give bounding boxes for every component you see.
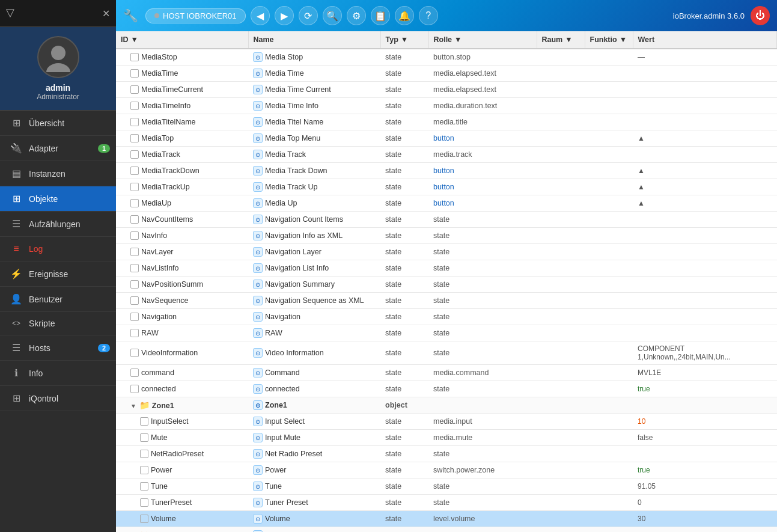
- table-row[interactable]: Volume ⊙ Volume statelevel.volume30: [116, 511, 777, 527]
- row-checkbox[interactable]: [130, 264, 139, 272]
- row-checkbox[interactable]: [130, 313, 139, 321]
- table-row[interactable]: MediaStop ⊙ Media Stop statebutton.stop—: [116, 49, 777, 66]
- row-checkbox[interactable]: [140, 450, 148, 458]
- wert-cell: ▲: [633, 179, 777, 195]
- table-row[interactable]: MediaTime ⊙ Media Time statemedia.elapse…: [116, 66, 777, 82]
- table-row[interactable]: NavListInfo ⊙ Navigation List Info state…: [116, 260, 777, 277]
- table-row[interactable]: MediaTrackDown ⊙ Media Track Down stateb…: [116, 163, 777, 179]
- table-row[interactable]: NavSequence ⊙ Navigation Sequence as XML…: [116, 293, 777, 309]
- table-row[interactable]: command ⊙ Command statemedia.commandMVL1…: [116, 365, 777, 381]
- table-row[interactable]: MediaUp ⊙ Media Up statebutton▲: [116, 195, 777, 212]
- state-icon: ⊙: [253, 166, 263, 176]
- table-row[interactable]: Power ⊙ Power stateswitch.power.zonetrue: [116, 462, 777, 478]
- row-checkbox[interactable]: [130, 215, 139, 224]
- table-row[interactable]: ▶ 📁 Zone2 ⊙ Zone2 object: [116, 527, 777, 533]
- sidebar-item-benutzer[interactable]: 👤 Benutzer: [0, 287, 116, 312]
- row-checkbox[interactable]: [130, 167, 139, 175]
- funktion-cell: [585, 130, 633, 147]
- table-row[interactable]: NavPositionSumm ⊙ Navigation Summary sta…: [116, 277, 777, 293]
- sidebar-item-log[interactable]: ≡ Log: [0, 237, 116, 261]
- row-checkbox[interactable]: [130, 368, 139, 377]
- table-row[interactable]: MediaTrackUp ⊙ Media Track Up statebutto…: [116, 179, 777, 195]
- id-cell: MediaTimeInfo: [116, 98, 248, 114]
- table-row[interactable]: MediaTimeInfo ⊙ Media Time Info statemed…: [116, 98, 777, 114]
- row-checkbox[interactable]: [130, 248, 139, 256]
- table-row[interactable]: NetRadioPreset ⊙ Net Radio Preset states…: [116, 446, 777, 462]
- table-row[interactable]: ▼ 📁 Zone1 ⊙ Zone1 object: [116, 397, 777, 414]
- row-checkbox[interactable]: [130, 53, 139, 61]
- table-row[interactable]: connected ⊙ connected statestatetrue: [116, 381, 777, 397]
- name-with-icon: ⊙ Command: [253, 368, 300, 378]
- sidebar-item-skripte[interactable]: <> Skripte: [0, 312, 116, 335]
- sidebar-item-uebersicht[interactable]: ⊞ Übersicht: [0, 111, 116, 136]
- col-id[interactable]: ID ▼: [116, 31, 248, 49]
- table-row[interactable]: Navigation ⊙ Navigation statestate: [116, 309, 777, 325]
- row-checkbox[interactable]: [130, 69, 139, 78]
- sidebar-item-objekte[interactable]: ⊞ Objekte: [0, 186, 116, 212]
- expand-button[interactable]: ▼: [130, 403, 136, 409]
- raum-cell: [537, 527, 585, 533]
- row-checkbox[interactable]: [130, 199, 139, 207]
- table-row[interactable]: NavInfo ⊙ Navigation Info as XML statest…: [116, 228, 777, 244]
- sidebar-item-hosts[interactable]: ☰ Hosts 2: [0, 335, 116, 361]
- row-checkbox[interactable]: [140, 417, 148, 426]
- row-checkbox[interactable]: [130, 296, 139, 305]
- sidebar-item-info[interactable]: ℹ Info: [0, 361, 116, 386]
- wert-cell: COMPONENT 1,Unknown,,24bit,MAIN,Un...: [633, 341, 777, 365]
- table-row[interactable]: InputSelect ⊙ Input Select statemedia.in…: [116, 414, 777, 430]
- row-checkbox[interactable]: [130, 231, 139, 240]
- col-rolle[interactable]: Rolle ▼: [428, 31, 537, 49]
- table-row[interactable]: NavCountItems ⊙ Navigation Count Items s…: [116, 212, 777, 228]
- sidebar-item-adapter[interactable]: 🔌 Adapter 1: [0, 136, 116, 161]
- power-button[interactable]: ⏻: [751, 6, 770, 25]
- typ-cell: object: [380, 527, 428, 533]
- nav-next-button[interactable]: ▶: [275, 6, 294, 25]
- clipboard-button[interactable]: 📋: [371, 6, 390, 25]
- row-checkbox[interactable]: [130, 85, 139, 94]
- table-row[interactable]: VideoInformation ⊙ Video Information sta…: [116, 341, 777, 365]
- search-button[interactable]: 🔍: [323, 6, 342, 25]
- row-checkbox[interactable]: [130, 183, 139, 191]
- table-row[interactable]: RAW ⊙ RAW statestate: [116, 325, 777, 341]
- row-checkbox[interactable]: [130, 118, 139, 126]
- table-row[interactable]: NavLayer ⊙ Navigation Layer statestate: [116, 244, 777, 260]
- sidebar-item-instanzen[interactable]: ▤ Instanzen: [0, 161, 116, 186]
- row-checkbox[interactable]: [130, 134, 139, 142]
- typ-cell: state: [380, 325, 428, 341]
- row-checkbox[interactable]: [130, 349, 139, 357]
- row-checkbox[interactable]: [130, 329, 139, 337]
- sidebar-item-iqontrol[interactable]: ⊞ iQontrol: [0, 386, 116, 411]
- table-row[interactable]: MediaTitelName ⊙ Media Titel Name statem…: [116, 114, 777, 130]
- row-checkbox[interactable]: [130, 280, 139, 289]
- table-row[interactable]: Mute ⊙ Input Mute statemedia.mutefalse: [116, 430, 777, 446]
- table-row[interactable]: MediaTimeCurrent ⊙ Media Time Current st…: [116, 82, 777, 98]
- settings-button[interactable]: ⚙: [347, 6, 366, 25]
- table-row[interactable]: Tune ⊙ Tune statestate91.05: [116, 478, 777, 495]
- refresh-button[interactable]: ⟳: [299, 6, 318, 25]
- row-checkbox[interactable]: [140, 482, 148, 491]
- close-button[interactable]: ✕: [102, 8, 110, 19]
- name-with-icon: ⊙ Tune: [253, 482, 282, 491]
- row-checkbox[interactable]: [140, 498, 148, 507]
- col-raum[interactable]: Raum ▼: [537, 31, 585, 49]
- row-checkbox[interactable]: [130, 102, 139, 110]
- col-typ[interactable]: Typ ▼: [380, 31, 428, 49]
- row-checkbox[interactable]: [140, 515, 148, 523]
- table-row[interactable]: MediaTrack ⊙ Media Track statemedia.trac…: [116, 147, 777, 163]
- sidebar-item-ereignisse[interactable]: ⚡ Ereignisse: [0, 261, 116, 287]
- row-checkbox[interactable]: [140, 466, 148, 474]
- id-cell: VideoInformation: [116, 341, 248, 365]
- table-row[interactable]: TunerPreset ⊙ Tuner Preset statestate0: [116, 495, 777, 511]
- col-funktion[interactable]: Funktio ▼: [585, 31, 633, 49]
- host-chip[interactable]: HOST IOBROKER01: [145, 8, 246, 23]
- notification-button[interactable]: 🔔: [395, 6, 414, 25]
- row-checkbox[interactable]: [130, 150, 139, 159]
- user-name: admin: [46, 83, 70, 93]
- table-row[interactable]: MediaTop ⊙ Media Top Menu statebutton▲: [116, 130, 777, 147]
- help-button[interactable]: ?: [419, 6, 438, 25]
- row-checkbox[interactable]: [140, 433, 148, 442]
- objects-table-container[interactable]: ID ▼ Name Typ ▼: [116, 31, 777, 532]
- row-checkbox[interactable]: [130, 385, 139, 393]
- sidebar-item-aufzaehlungen[interactable]: ☰ Aufzählungen: [0, 212, 116, 237]
- nav-prev-button[interactable]: ◀: [251, 6, 270, 25]
